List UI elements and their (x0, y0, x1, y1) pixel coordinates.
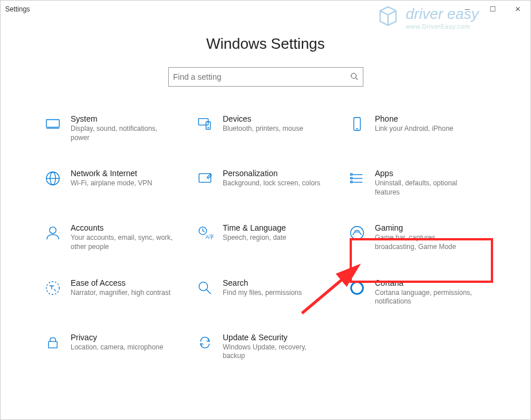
search-icon (350, 72, 358, 82)
svg-rect-18 (351, 181, 352, 183)
svg-point-26 (351, 282, 363, 294)
window-controls: ─ ☐ ✕ (455, 1, 530, 18)
minimize-button[interactable]: ─ (455, 1, 480, 18)
tile-network[interactable]: Network & Internet Wi-Fi, airplane mode,… (37, 164, 189, 201)
tile-desc: Uninstall, defaults, optional features (375, 179, 478, 197)
tile-desc: Wi-Fi, airplane mode, VPN (71, 179, 152, 188)
phone-icon (347, 114, 367, 134)
page-title: Windows Settings (1, 35, 530, 53)
titlebar: Settings ─ ☐ ✕ (1, 1, 530, 18)
devices-icon (195, 114, 215, 134)
tile-title: Accounts (71, 223, 174, 232)
tile-title: System (71, 114, 174, 123)
tile-desc: Location, camera, microphone (71, 343, 163, 352)
search-wrap (1, 67, 530, 87)
svg-point-6 (208, 127, 208, 128)
system-icon (43, 114, 63, 134)
tile-privacy[interactable]: Privacy Location, camera, microphone (37, 328, 189, 365)
tile-title: Search (223, 278, 302, 287)
tile-phone[interactable]: Phone Link your Android, iPhone (342, 110, 494, 147)
svg-text:A字: A字 (206, 235, 214, 240)
search-tile-icon (195, 278, 215, 298)
tile-desc: Background, lock screen, colors (223, 179, 320, 188)
tile-title: Update & Security (223, 333, 326, 342)
tile-ease-of-access[interactable]: Ease of Access Narrator, magnifier, high… (37, 274, 189, 311)
tile-apps[interactable]: Apps Uninstall, defaults, optional featu… (342, 164, 494, 201)
tile-desc: Find my files, permissions (223, 289, 302, 298)
tile-update-security[interactable]: Update & Security Windows Update, recove… (189, 328, 342, 365)
tile-title: Gaming (375, 223, 478, 232)
tile-desc: Game bar, captures, broadcasting, Game M… (375, 234, 478, 251)
privacy-icon (43, 333, 63, 352)
tile-personalization[interactable]: Personalization Background, lock screen,… (189, 164, 342, 201)
tile-gaming[interactable]: Gaming Game bar, captures, broadcasting,… (342, 219, 494, 256)
svg-line-1 (355, 77, 358, 80)
tile-desc: Display, sound, notifications, power (71, 125, 174, 142)
tile-title: Time & Language (223, 223, 286, 232)
accounts-icon (43, 223, 63, 243)
tile-accounts[interactable]: Accounts Your accounts, email, sync, wor… (37, 219, 189, 256)
tile-title: Privacy (71, 333, 163, 342)
tile-desc: Windows Update, recovery, backup (223, 343, 326, 361)
tile-title: Phone (375, 114, 454, 123)
watermark-url: www.DriverEasy.com (406, 23, 479, 30)
svg-rect-17 (351, 177, 352, 179)
maximize-button[interactable]: ☐ (480, 1, 505, 18)
close-button[interactable]: ✕ (505, 1, 530, 18)
tile-cortana[interactable]: Cortana Cortana language, permissions, n… (342, 274, 494, 311)
search-box[interactable] (168, 67, 363, 87)
tile-title: Network & Internet (71, 169, 152, 178)
tile-devices[interactable]: Devices Bluetooth, printers, mouse (189, 110, 342, 147)
svg-point-0 (351, 73, 356, 78)
tile-desc: Link your Android, iPhone (375, 125, 454, 134)
tile-desc: Your accounts, email, sync, work, other … (71, 234, 174, 251)
tile-search[interactable]: Search Find my files, permissions (189, 274, 342, 311)
svg-point-19 (49, 227, 56, 234)
svg-rect-2 (46, 120, 60, 127)
tile-title: Apps (375, 169, 478, 178)
search-input[interactable] (173, 72, 350, 81)
tile-desc: Narrator, magnifier, high contrast (71, 289, 170, 298)
network-icon (43, 169, 63, 188)
update-icon (195, 333, 215, 352)
gaming-icon (347, 223, 367, 243)
tile-title: Devices (223, 114, 303, 123)
cortana-icon (347, 278, 367, 298)
svg-point-23 (46, 281, 60, 294)
tile-desc: Speech, region, date (223, 234, 286, 243)
tile-time-language[interactable]: A字 Time & Language Speech, region, date (189, 219, 342, 256)
tile-desc: Cortana language, permissions, notificat… (375, 289, 478, 306)
svg-point-24 (199, 282, 208, 290)
svg-point-22 (351, 227, 364, 240)
tile-system[interactable]: System Display, sound, notifications, po… (37, 110, 189, 147)
tile-title: Ease of Access (71, 278, 170, 287)
tile-title: Personalization (223, 169, 320, 178)
svg-rect-27 (49, 341, 57, 348)
personalization-icon (195, 169, 215, 188)
window-title: Settings (5, 5, 30, 13)
apps-icon (347, 169, 367, 188)
tile-desc: Bluetooth, printers, mouse (223, 125, 303, 134)
ease-of-access-icon (43, 278, 63, 298)
time-language-icon: A字 (195, 223, 215, 243)
tile-title: Cortana (375, 278, 478, 287)
svg-line-25 (207, 289, 211, 294)
svg-rect-16 (351, 174, 352, 176)
settings-grid: System Display, sound, notifications, po… (1, 110, 530, 365)
